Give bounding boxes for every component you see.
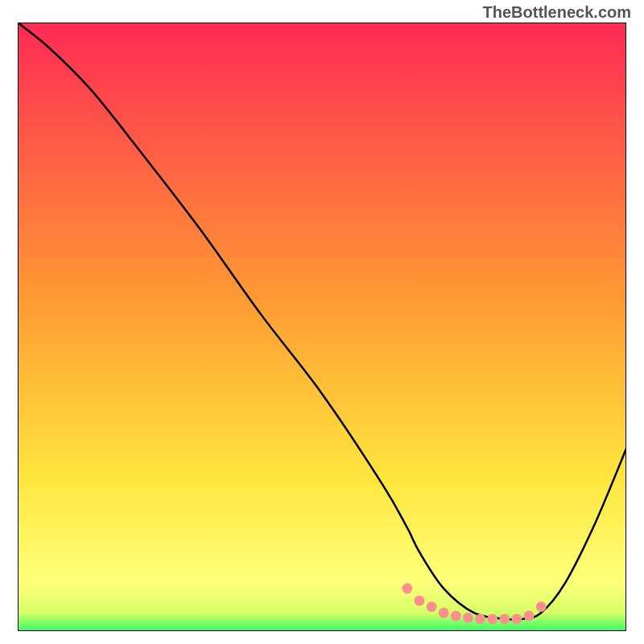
gradient-background xyxy=(18,23,626,631)
marker-point xyxy=(499,613,510,624)
marker-point xyxy=(402,584,412,594)
marker-point xyxy=(439,608,449,618)
marker-point xyxy=(511,613,522,624)
marker-point xyxy=(536,601,547,612)
chart-container xyxy=(18,23,626,631)
chart-svg xyxy=(18,23,626,631)
marker-point xyxy=(414,596,424,606)
marker-point xyxy=(451,611,461,621)
marker-point xyxy=(463,613,473,623)
marker-point xyxy=(487,613,497,624)
marker-point xyxy=(524,611,535,621)
marker-point xyxy=(427,601,437,612)
watermark-text: TheBottleneck.com xyxy=(483,3,631,22)
marker-point xyxy=(475,613,485,624)
